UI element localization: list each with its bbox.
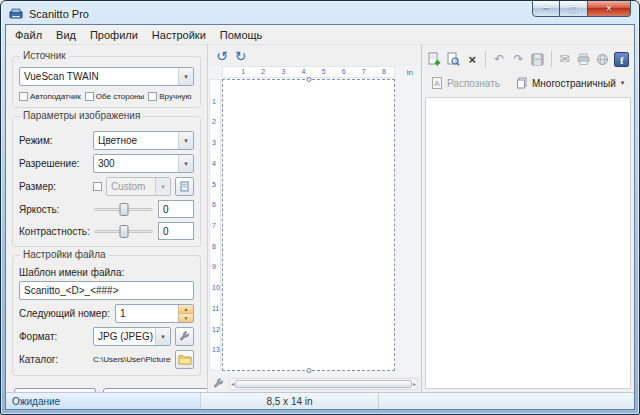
spin-up-icon: ▲ <box>184 307 189 312</box>
selection-handle-bottom[interactable] <box>306 368 311 373</box>
ruler-tick: 5 <box>212 180 216 187</box>
ruler-tick: 6 <box>212 201 216 208</box>
menu-profiles[interactable]: Профили <box>83 26 145 44</box>
add-page-button[interactable] <box>425 49 443 70</box>
slider-thumb[interactable] <box>119 203 128 216</box>
recognize-button[interactable]: A Распознать <box>427 75 504 91</box>
size-settings-button[interactable] <box>175 177 194 196</box>
next-number-input[interactable]: 1 ▲ ▼ <box>115 304 194 323</box>
window-controls: – □ × <box>532 0 631 17</box>
delete-page-button[interactable]: × <box>463 49 481 70</box>
maximize-button[interactable]: □ <box>560 0 588 17</box>
contrast-value[interactable]: 0 <box>158 222 194 240</box>
mode-label: Режим: <box>19 135 89 146</box>
checkbox-icon <box>148 92 157 101</box>
rotate-right-button[interactable]: ↻ <box>235 49 247 63</box>
brightness-value[interactable]: 0 <box>158 200 194 218</box>
scanner-select-value: VueScan TWAIN <box>20 71 178 82</box>
ruler-tick: 7 <box>362 68 366 75</box>
brightness-slider[interactable] <box>93 202 154 217</box>
app-client-area: Файл Вид Профили Настройки Помощь Источн… <box>5 24 635 410</box>
source-group-title: Источник <box>20 50 69 61</box>
save-button[interactable] <box>528 49 546 70</box>
chevron-down-icon: ▾ <box>621 79 625 87</box>
pages-toolbar-secondary: A Распознать Многостраничный ▾ <box>422 71 634 94</box>
ruler-tick: 11 <box>212 304 219 311</box>
ruler-unit: in <box>407 68 413 77</box>
menubar: Файл Вид Профили Настройки Помощь <box>6 25 634 45</box>
email-button[interactable]: ✉ <box>555 49 573 70</box>
ruler-tick: 6 <box>342 68 346 75</box>
ruler-tick: 4 <box>212 159 216 166</box>
minimize-button[interactable]: – <box>532 0 560 17</box>
spin-up-button[interactable]: ▲ <box>179 305 193 313</box>
filename-template-input[interactable]: Scanitto_<D>_<###> <box>19 281 194 300</box>
slider-thumb[interactable] <box>119 225 128 238</box>
spin-down-icon: ▼ <box>184 316 189 321</box>
contrast-slider[interactable] <box>93 224 154 239</box>
image-params-title: Параметры изображения <box>20 110 143 121</box>
checkbox-icon <box>85 92 94 101</box>
chevron-down-icon: ▾ <box>155 178 170 195</box>
facebook-button[interactable]: f <box>613 49 631 70</box>
titlebar[interactable]: Scanitto Pro – □ × <box>1 1 639 24</box>
folder-path: C:\Users\User\Pictures\Scanitt <box>93 355 171 364</box>
scroll-right-icon[interactable]: ▸ <box>413 381 416 387</box>
menu-settings[interactable]: Настройки <box>145 26 213 44</box>
menu-file[interactable]: Файл <box>8 26 49 44</box>
resolution-label: Разрешение: <box>19 158 89 169</box>
format-settings-button[interactable] <box>175 327 194 346</box>
size-checkbox[interactable] <box>93 182 102 191</box>
mode-select[interactable]: Цветное ▾ <box>93 131 194 150</box>
source-group: Источник VueScan TWAIN ▾ Автоподатчик Об… <box>12 56 201 108</box>
ruler-tick: 3 <box>212 139 216 146</box>
printer-icon <box>577 53 590 65</box>
menu-view[interactable]: Вид <box>49 26 83 44</box>
multipage-icon <box>516 77 528 89</box>
redo-button[interactable]: ↷ <box>509 49 527 70</box>
scanner-select[interactable]: VueScan TWAIN ▾ <box>19 67 194 86</box>
checkbox-feeder[interactable]: Автоподатчик <box>19 92 81 101</box>
ruler-tick: 12 <box>212 325 220 332</box>
status-state-pane: Ожидание <box>6 393 201 409</box>
image-params-group: Параметры изображения Режим: Цветное ▾ Р… <box>12 116 201 247</box>
preview-settings-button[interactable] <box>211 377 227 391</box>
chevron-down-icon: ▾ <box>155 328 170 345</box>
undo-button[interactable]: ↶ <box>490 49 508 70</box>
scroll-left-icon[interactable]: ◂ <box>231 381 234 387</box>
settings-panel: Источник VueScan TWAIN ▾ Автоподатчик Об… <box>6 45 208 392</box>
main-area: Источник VueScan TWAIN ▾ Автоподатчик Об… <box>6 45 634 392</box>
app-icon <box>9 7 24 22</box>
view-page-button[interactable] <box>444 49 462 70</box>
format-select[interactable]: JPG (JPEG) ▾ <box>93 327 171 346</box>
checkbox-duplex[interactable]: Обе стороны <box>85 92 144 101</box>
size-select[interactable]: Custom ▾ <box>106 177 171 196</box>
web-button[interactable] <box>594 49 612 70</box>
preview-panel: ↺ ↻ 12345678 in 12345678910111213 <box>208 45 421 392</box>
resolution-select[interactable]: 300 ▾ <box>93 154 194 173</box>
template-label: Шаблон имени файла: <box>19 267 194 278</box>
globe-icon <box>596 53 609 66</box>
selection-handle-top[interactable] <box>306 77 311 82</box>
status-size-pane: 8,5 x 14 in <box>201 393 379 409</box>
browse-folder-button[interactable] <box>175 350 194 369</box>
horizontal-scrollbar[interactable]: ◂ ▸ <box>229 378 418 390</box>
close-icon: × <box>606 4 612 14</box>
folder-icon <box>178 354 192 365</box>
print-button[interactable] <box>575 49 593 70</box>
rotate-left-button[interactable]: ↺ <box>216 49 228 63</box>
folder-label: Каталог: <box>19 354 89 365</box>
close-button[interactable]: × <box>588 0 631 17</box>
multipage-button[interactable]: Многостраничный ▾ <box>512 75 628 91</box>
scrollbar-thumb[interactable] <box>235 380 412 388</box>
scan-page[interactable] <box>222 79 395 371</box>
toolbar-separator <box>485 51 486 67</box>
ruler-tick: 9 <box>212 263 216 270</box>
menu-help[interactable]: Помощь <box>213 26 270 44</box>
checkbox-manual[interactable]: Вручную <box>148 92 191 101</box>
file-settings-group: Настройки файла Шаблон имени файла: Scan… <box>12 255 201 376</box>
ruler-tick: 13 <box>212 346 220 353</box>
page-list[interactable] <box>425 97 631 389</box>
page-size-text: 8,5 x 14 in <box>266 396 312 407</box>
spin-down-button[interactable]: ▼ <box>179 313 193 322</box>
